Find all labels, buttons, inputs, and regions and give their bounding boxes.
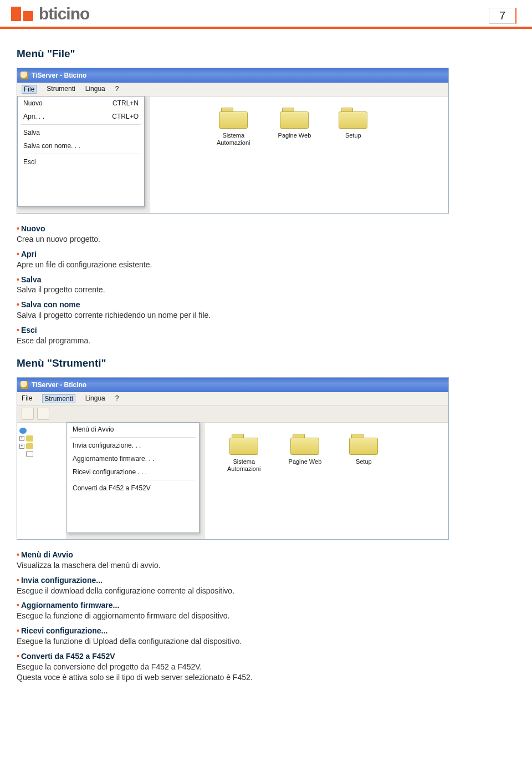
section-title-file: Menù "File" (17, 48, 515, 60)
strumenti-menu-converti[interactable]: Converti da F452 a F452V (67, 481, 199, 495)
page-icon (26, 451, 33, 457)
window-titlebar: TiServer - Bticino (17, 378, 448, 392)
menubar: File Strumenti Lingua ? (17, 392, 448, 406)
folder-icon (349, 434, 378, 455)
file-menu-esci[interactable]: Esci (18, 155, 144, 169)
menubar: File Strumenti Lingua ? (17, 83, 448, 97)
file-menu-nuovo-shortcut: CTRL+N (112, 99, 139, 107)
menu-strumenti[interactable]: Strumenti (47, 85, 75, 94)
file-menu-esci-label: Esci (23, 158, 36, 166)
file-menu-apri[interactable]: Apri. . . CTRL+O (18, 110, 144, 123)
folder-pagine-web[interactable]: Pagine Web (278, 108, 311, 139)
page-number: 7 (489, 8, 516, 24)
brand-logo-icon (11, 7, 33, 21)
content-pane: Sistema Automazioni Pagine Web Setup (150, 97, 448, 213)
desc-firmware: •Aggiornamento firmware... Esegue la fun… (17, 600, 515, 621)
folder-label: Pagine Web (278, 132, 311, 139)
desc-nuovo: •Nuovo Crea un nuovo progetto. (17, 224, 515, 245)
file-menu-apri-shortcut: CTRL+O (112, 113, 139, 120)
menu-lingua[interactable]: Lingua (85, 394, 105, 403)
desc-converti: •Converti da F452 a F452V Esegue la conv… (17, 651, 515, 683)
file-menu-descriptions: •Nuovo Crea un nuovo progetto. •Apri Apr… (17, 224, 515, 346)
menu-item-label: Ricevi configurazione . . . (73, 468, 147, 476)
folder-label: Setup (356, 458, 372, 465)
tree-item[interactable]: + (19, 435, 64, 442)
desc-apri: •Apri Apre un file di configurazione esi… (17, 249, 515, 270)
desc-salva: •Salva Salva il progetto corrente. (17, 275, 515, 296)
menu-item-label: Invia configurazione. . . (73, 442, 141, 449)
folder-icon (339, 108, 367, 129)
tree-item[interactable] (19, 451, 64, 457)
menu-item-label: Converti da F452 a F452V (73, 484, 151, 492)
screenshot-strumenti-menu: TiServer - Bticino File Strumenti Lingua… (17, 377, 449, 540)
file-menu-salva-con-nome[interactable]: Salva con nome. . . (18, 139, 144, 153)
menu-item-label: Aggiornamento firmware. . . (73, 455, 154, 463)
folder-label: Pagine Web (289, 458, 322, 465)
brand-logo-text: bticino (39, 4, 89, 23)
folder-label: Setup (345, 132, 361, 139)
menu-file[interactable]: File (22, 85, 37, 94)
file-menu-apri-label: Apri. . . (23, 113, 44, 120)
file-menu-salva[interactable]: Salva (18, 126, 144, 139)
strumenti-menu-descriptions: •Menù di Avvio Visualizza la maschera de… (17, 550, 515, 683)
window-titlebar: TiServer - Bticino (17, 68, 448, 83)
menu-item-label: Menù di Avvio (73, 425, 114, 433)
folder-pagine-web[interactable]: Pagine Web (289, 434, 322, 465)
menu-help[interactable]: ? (115, 394, 119, 403)
folder-sistema-automazioni[interactable]: Sistema Automazioni (217, 108, 250, 146)
folder-icon (229, 434, 258, 455)
strumenti-menu-avvio[interactable]: Menù di Avvio (67, 423, 199, 436)
desc-ricevi: •Ricevi configurazione... Esegue la funz… (17, 626, 515, 647)
tree-item[interactable]: + (19, 443, 64, 449)
desc-salva-con-nome: •Salva con nome Salva il progetto corren… (17, 300, 515, 321)
globe-icon (19, 428, 27, 434)
window-title-text: TiServer - Bticino (32, 381, 86, 389)
strumenti-dropdown: Menù di Avvio Invia configurazione. . . … (66, 422, 200, 533)
app-icon (21, 381, 28, 389)
tree-item[interactable] (19, 428, 64, 434)
app-icon (21, 72, 28, 79)
menu-separator (70, 480, 196, 480)
folder-label: Sistema Automazioni (227, 458, 261, 472)
menu-lingua[interactable]: Lingua (85, 85, 105, 94)
folder-icon (280, 108, 309, 129)
menu-help[interactable]: ? (115, 85, 119, 94)
desc-invia: •Invia configurazione... Esegue il downl… (17, 575, 515, 596)
folder-setup[interactable]: Setup (339, 108, 367, 139)
menu-separator (21, 124, 141, 125)
folder-setup[interactable]: Setup (349, 434, 378, 465)
strumenti-menu-firmware[interactable]: Aggiornamento firmware. . . (67, 452, 199, 465)
folder-sistema-automazioni[interactable]: Sistema Automazioni (227, 434, 261, 472)
screenshot-file-menu: TiServer - Bticino File Strumenti Lingua… (17, 68, 449, 214)
folder-icon (290, 434, 319, 455)
folder-icon (219, 108, 248, 129)
file-menu-salvacon-label: Salva con nome. . . (23, 142, 80, 150)
window-title-text: TiServer - Bticino (32, 72, 86, 79)
toolbar-button[interactable] (37, 408, 49, 420)
toolbar (17, 406, 448, 423)
menu-separator (21, 154, 141, 154)
file-menu-salva-label: Salva (23, 129, 40, 136)
folder-icon (26, 443, 33, 449)
tree-expand-icon[interactable]: + (19, 436, 24, 441)
folder-icon (26, 435, 33, 442)
desc-avvio: •Menù di Avvio Visualizza la maschera de… (17, 550, 515, 571)
section-title-strumenti: Menù "Strumenti" (17, 357, 515, 369)
menu-strumenti[interactable]: Strumenti (42, 394, 75, 403)
file-menu-nuovo[interactable]: Nuovo CTRL+N (18, 97, 144, 110)
toolbar-button[interactable] (22, 408, 34, 420)
tree-pane: + + (17, 423, 67, 539)
menu-file[interactable]: File (22, 394, 32, 403)
menu-separator (70, 437, 196, 438)
strumenti-menu-invia[interactable]: Invia configurazione. . . (67, 439, 199, 452)
tree-expand-icon[interactable]: + (19, 444, 24, 449)
desc-esci: •Esci Esce dal programma. (17, 325, 515, 346)
content-pane: Sistema Automazioni Pagine Web Setup (205, 423, 448, 539)
file-dropdown: Nuovo CTRL+N Apri. . . CTRL+O Salva Salv… (17, 96, 145, 207)
brand-header: bticino (0, 0, 532, 29)
file-menu-nuovo-label: Nuovo (23, 99, 43, 107)
folder-label: Sistema Automazioni (217, 132, 250, 146)
strumenti-menu-ricevi[interactable]: Ricevi configurazione . . . (67, 465, 199, 479)
